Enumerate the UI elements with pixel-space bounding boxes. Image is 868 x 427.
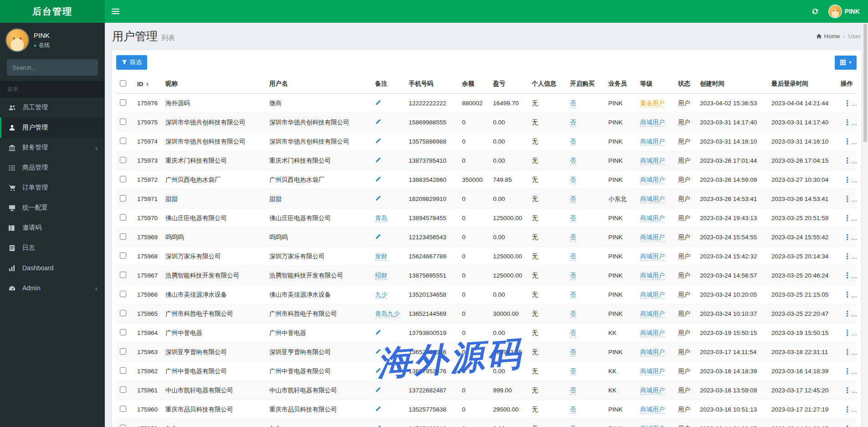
sidebar-item-employee[interactable]: 员工管理 <box>0 98 105 118</box>
row-actions-button[interactable]: ⋮ <box>841 386 854 395</box>
row-actions-button[interactable]: ⋮ <box>841 175 854 184</box>
level-editable[interactable]: 商城用户 <box>640 349 665 356</box>
row-actions-button[interactable]: ⋮ <box>841 137 854 146</box>
enable-buy-editable[interactable]: 否 <box>570 291 576 299</box>
edit-remark-pencil-icon[interactable] <box>375 233 381 240</box>
enable-buy-editable[interactable]: 否 <box>570 234 576 242</box>
filter-button[interactable]: 筛选 <box>116 55 147 70</box>
scrollbar-thumb[interactable] <box>863 24 867 142</box>
level-editable[interactable]: 商城用户 <box>640 425 665 427</box>
vertical-scrollbar[interactable] <box>863 23 868 427</box>
sidebar-item-user[interactable]: 用户管理 <box>0 118 105 138</box>
row-checkbox[interactable] <box>120 329 126 335</box>
select-all-checkbox[interactable] <box>120 80 126 87</box>
sidebar-item-goods[interactable]: 商品管理 <box>0 158 105 178</box>
edit-remark-pencil-icon[interactable] <box>375 138 381 144</box>
row-checkbox[interactable] <box>120 310 126 316</box>
edit-remark-pencil-icon[interactable] <box>375 176 381 182</box>
level-editable[interactable]: 商城用户 <box>640 119 665 127</box>
row-actions-button[interactable]: ⋮ <box>841 156 854 165</box>
sidebar-item-finance[interactable]: 财务管理 ‹ <box>0 138 105 158</box>
level-editable[interactable]: 商城用户 <box>640 195 665 203</box>
edit-remark-pencil-icon[interactable] <box>375 118 381 125</box>
row-actions-button[interactable]: ⋮ <box>841 290 854 299</box>
sort-icon[interactable]: ▲▼ <box>146 82 149 87</box>
enable-buy-editable[interactable]: 否 <box>570 425 576 427</box>
search-input[interactable] <box>7 59 98 76</box>
level-editable[interactable]: 商城用户 <box>640 253 665 261</box>
row-actions-button[interactable]: ⋮ <box>841 99 854 108</box>
row-actions-button[interactable]: ⋮ <box>841 405 854 414</box>
enable-buy-editable[interactable]: 否 <box>570 100 576 108</box>
row-checkbox[interactable] <box>120 138 126 144</box>
level-editable[interactable]: 商城用户 <box>640 406 665 414</box>
enable-buy-editable[interactable]: 否 <box>570 195 576 203</box>
header-id[interactable]: ID▲▼ <box>134 75 162 93</box>
edit-remark-pencil-icon[interactable] <box>375 425 381 427</box>
remark-link[interactable]: 青岛 <box>375 215 387 222</box>
sidebar-item-order[interactable]: 订单管理 <box>0 178 105 198</box>
row-checkbox[interactable] <box>120 157 126 163</box>
enable-buy-editable[interactable]: 否 <box>570 368 576 376</box>
sidebar-item-dashboard[interactable]: Dashboard <box>0 258 105 278</box>
level-editable[interactable]: 商城用户 <box>640 138 665 146</box>
row-actions-button[interactable]: ⋮ <box>841 309 854 318</box>
enable-buy-editable[interactable]: 否 <box>570 157 576 165</box>
enable-buy-editable[interactable]: 否 <box>570 272 576 280</box>
user-menu[interactable]: PINK <box>825 0 868 23</box>
row-checkbox[interactable] <box>120 272 126 278</box>
row-checkbox[interactable] <box>120 252 126 259</box>
enable-buy-editable[interactable]: 否 <box>570 119 576 127</box>
row-checkbox[interactable] <box>120 406 126 412</box>
level-editable[interactable]: 商城用户 <box>640 157 665 165</box>
level-editable[interactable]: 黄金用户 <box>640 100 665 108</box>
enable-buy-editable[interactable]: 否 <box>570 253 576 261</box>
row-actions-button[interactable]: ⋮ <box>841 348 854 356</box>
remark-link[interactable]: 发财 <box>375 253 387 261</box>
sidebar-toggle-button[interactable] <box>105 0 126 23</box>
row-checkbox[interactable] <box>120 386 126 393</box>
row-checkbox[interactable] <box>120 425 126 427</box>
row-actions-button[interactable]: ⋮ <box>841 271 854 280</box>
breadcrumb-home[interactable]: Home <box>816 33 840 40</box>
sidebar-user-status[interactable]: ●在线 <box>34 41 50 49</box>
edit-remark-pencil-icon[interactable] <box>375 157 381 163</box>
edit-remark-pencil-icon[interactable] <box>375 99 381 106</box>
enable-buy-editable[interactable]: 否 <box>570 329 576 337</box>
sidebar-item-admin[interactable]: Admin ‹ <box>0 278 105 298</box>
remark-link[interactable]: 九少 <box>375 291 387 299</box>
row-checkbox[interactable] <box>120 99 126 106</box>
level-editable[interactable]: 商城用户 <box>640 215 665 222</box>
row-actions-button[interactable]: ⋮ <box>841 424 854 427</box>
level-editable[interactable]: 商城用户 <box>640 272 665 280</box>
sidebar-item-log[interactable]: 日志 <box>0 238 105 258</box>
level-editable[interactable]: 商城用户 <box>640 368 665 376</box>
row-checkbox[interactable] <box>120 118 126 125</box>
enable-buy-editable[interactable]: 否 <box>570 310 576 318</box>
columns-dropdown-button[interactable]: ▾ <box>835 56 857 70</box>
row-actions-button[interactable]: ⋮ <box>841 118 854 127</box>
row-checkbox[interactable] <box>120 233 126 240</box>
enable-buy-editable[interactable]: 否 <box>570 387 576 395</box>
level-editable[interactable]: 商城用户 <box>640 387 665 395</box>
edit-remark-pencil-icon[interactable] <box>375 367 381 374</box>
remark-link[interactable]: 招财 <box>375 272 387 280</box>
edit-remark-pencil-icon[interactable] <box>375 195 381 201</box>
refresh-button[interactable] <box>806 0 825 23</box>
row-actions-button[interactable]: ⋮ <box>841 214 854 222</box>
enable-buy-editable[interactable]: 否 <box>570 138 576 146</box>
row-checkbox[interactable] <box>120 348 126 355</box>
sidebar-item-invite[interactable]: 邀请码 <box>0 218 105 238</box>
enable-buy-editable[interactable]: 否 <box>570 349 576 356</box>
row-actions-button[interactable]: ⋮ <box>841 329 854 337</box>
row-checkbox[interactable] <box>120 291 126 297</box>
sidebar-item-config[interactable]: 统一配置 <box>0 198 105 218</box>
row-checkbox[interactable] <box>120 176 126 182</box>
level-editable[interactable]: 商城用户 <box>640 234 665 242</box>
row-checkbox[interactable] <box>120 367 126 374</box>
enable-buy-editable[interactable]: 否 <box>570 406 576 414</box>
row-actions-button[interactable]: ⋮ <box>841 195 854 203</box>
edit-remark-pencil-icon[interactable] <box>375 386 381 393</box>
row-actions-button[interactable]: ⋮ <box>841 252 854 261</box>
edit-remark-pencil-icon[interactable] <box>375 348 381 355</box>
